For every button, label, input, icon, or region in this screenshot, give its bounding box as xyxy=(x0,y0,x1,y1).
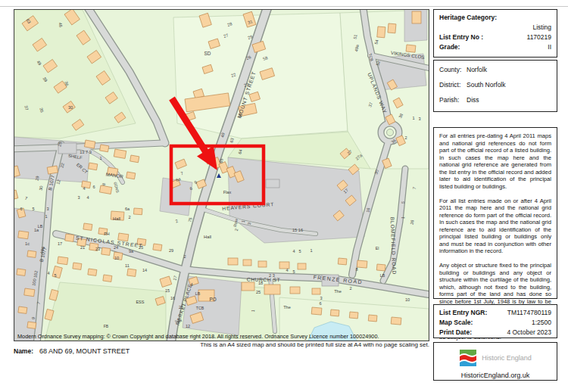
house-number: 6 xyxy=(319,301,321,306)
house-number: 3 xyxy=(418,117,420,121)
detail-row: Map Scale:1:2500 xyxy=(439,318,551,328)
detail-row: List Entry NGR:TM1174780119 xyxy=(439,308,551,318)
map-panel: MOUNT STREETMARKET PLACEST NICOLAS STREE… xyxy=(14,9,429,341)
house-number: 25 xyxy=(256,290,261,294)
historic-england-url: HistoricEngland.org.uk xyxy=(434,372,557,379)
house-number: 25 xyxy=(139,245,143,250)
house-number: 21 xyxy=(80,245,85,250)
heritage-category-box: Heritage Category: Listing List Entry No… xyxy=(433,9,557,58)
house-number: 4 xyxy=(292,249,295,254)
house-number: 3 xyxy=(320,296,322,300)
location-label: Parish: xyxy=(439,96,467,104)
street-label: PO xyxy=(209,297,216,302)
location-label: County: xyxy=(439,66,467,73)
house-number: 17 xyxy=(58,241,62,246)
branding-box: Historic England HistoricEngland.org.uk xyxy=(433,342,557,381)
house-number: 4 xyxy=(83,186,85,191)
house-number: 1a xyxy=(34,228,39,232)
house-number: 10 xyxy=(405,297,410,302)
house-number: 1 xyxy=(310,248,312,253)
street-label: TCB xyxy=(196,306,204,310)
house-number: 6a xyxy=(125,207,130,211)
legal-notes-box: For all entries pre-dating 4 April 2011 … xyxy=(433,127,557,299)
house-number: 26 xyxy=(410,219,415,225)
house-number: 2 xyxy=(404,135,407,140)
house-number: 3 xyxy=(46,207,48,211)
detail-value: 1:2500 xyxy=(532,318,551,328)
heritage-category-label: Heritage Category: xyxy=(439,14,497,21)
house-number: 1 xyxy=(99,156,101,160)
house-number: 5 xyxy=(54,273,56,278)
street-label: Flax xyxy=(223,190,232,194)
street-label: The xyxy=(283,305,291,310)
house-number: 1c xyxy=(25,241,30,246)
house-number: 8 xyxy=(355,267,357,272)
street-label: El xyxy=(376,246,379,250)
map-copyright: Modern Ordnance Survey mapping: © Crown … xyxy=(17,333,379,340)
street-label: The xyxy=(334,289,342,294)
street-label: Hall xyxy=(204,235,211,239)
location-box: County:NorfolkDistrict:South NorfolkPari… xyxy=(433,60,557,112)
house-number: 16 xyxy=(366,207,371,213)
top-divider xyxy=(0,6,568,7)
detail-label: List Entry NGR: xyxy=(439,308,487,318)
house-number: 5 xyxy=(292,269,295,274)
house-number: 30 xyxy=(39,185,44,191)
entry-details-box: List Entry NGR:TM1174780119Map Scale:1:2… xyxy=(433,304,557,338)
house-number: 29 xyxy=(35,176,40,181)
detail-value: TM1174780119 xyxy=(507,308,551,318)
street-label: LB xyxy=(380,273,385,278)
house-number: 4 xyxy=(190,282,192,287)
house-number: 5 xyxy=(298,249,301,254)
detail-label: Print Date: xyxy=(439,328,472,338)
street-label: SD xyxy=(204,51,211,56)
house-number: 14 xyxy=(142,268,147,272)
name-value: 68 AND 69, MOUNT STREET xyxy=(39,347,130,355)
house-number: 25 xyxy=(179,305,183,310)
house-number: 6 xyxy=(20,207,22,211)
name-row: Name:68 AND 69, MOUNT STREET xyxy=(14,347,130,355)
heritage-category-value: Listing xyxy=(532,23,551,31)
detail-label: Map Scale: xyxy=(439,318,473,328)
house-number: 15 16 xyxy=(292,228,303,232)
detail-row: Print Date:4 October 2023 xyxy=(439,328,551,338)
street-label: LB xyxy=(195,291,201,296)
grade-label: Grade: xyxy=(439,42,460,52)
street-label: Hall xyxy=(113,216,120,221)
street-label: PH xyxy=(104,232,110,236)
list-entry-no-label: List Entry No : xyxy=(439,33,483,42)
detail-value: 4 October 2023 xyxy=(507,328,551,338)
house-number: 9a xyxy=(129,249,134,254)
house-number: 3 xyxy=(77,195,80,200)
house-number: 4 xyxy=(47,271,49,275)
house-number: 2 xyxy=(183,254,186,259)
street-label: ESS xyxy=(136,300,144,304)
house-number: 6 xyxy=(92,185,95,189)
location-value: Diss xyxy=(467,96,479,104)
house-number: 51 xyxy=(353,34,358,39)
house-number: 2 3 xyxy=(269,273,275,278)
list-entry-no-value: 1170219 xyxy=(527,33,551,42)
historic-england-logo-icon xyxy=(459,349,477,367)
house-number: 16 xyxy=(170,296,175,300)
house-number: 11 xyxy=(125,263,130,268)
house-number: 1 xyxy=(45,214,47,219)
house-number: 23 xyxy=(95,247,100,251)
house-number: 4 xyxy=(86,195,89,200)
house-number: 29 xyxy=(169,248,173,253)
house-number: 2 xyxy=(128,215,130,219)
location-row: Parish:Diss xyxy=(439,96,551,104)
page: MOUNT STREETMARKET PLACEST NICOLAS STREE… xyxy=(0,0,568,392)
location-label: District: xyxy=(439,81,467,89)
legal-note-paragraph: For all entries pre-dating 4 April 2011 … xyxy=(439,132,551,191)
house-number: 13 7 9 xyxy=(80,150,92,154)
street-label: FB xyxy=(104,324,109,328)
house-number: 2 xyxy=(349,286,351,291)
street-label: CHURCH ST xyxy=(247,277,281,283)
house-number: 12 xyxy=(186,324,190,328)
house-number: 18 xyxy=(258,281,263,285)
os-map: MOUNT STREETMARKET PLACEST NICOLAS STREE… xyxy=(14,10,429,341)
house-number: 10 xyxy=(114,256,119,260)
house-number: 1 xyxy=(412,116,414,120)
historic-england-name: Historic England xyxy=(482,354,532,362)
